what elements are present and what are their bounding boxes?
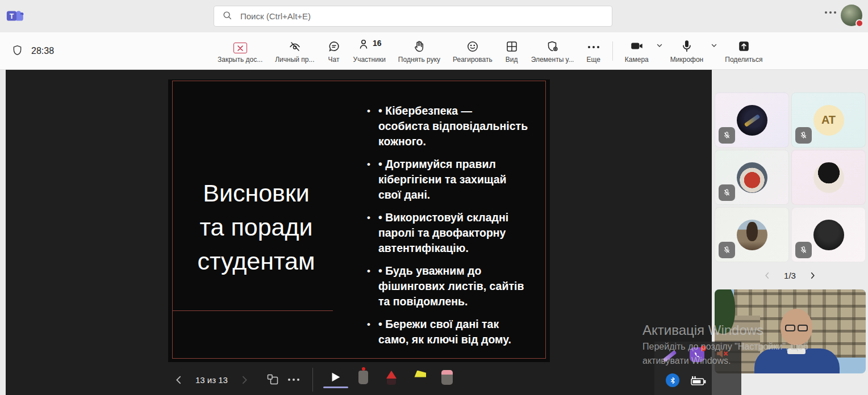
pager-indicator: 1/3: [784, 271, 796, 280]
mic-muted-icon: [719, 127, 735, 144]
teams-logo-icon[interactable]: T: [6, 7, 24, 26]
active-tool-indicator: [323, 386, 348, 388]
more-button[interactable]: Еще: [580, 35, 606, 67]
microphone-icon: [679, 39, 694, 53]
microphone-options-chevron[interactable]: [710, 35, 719, 57]
view-button[interactable]: Вид: [499, 35, 525, 67]
stop-sharing-icon: [233, 39, 247, 53]
participant-avatar: [813, 220, 844, 250]
mic-muted-icon: [719, 242, 735, 258]
presentation-stage: Висновки та поради студентам • Кібербезп…: [6, 70, 712, 395]
meeting-apps-button[interactable]: Элементы у...: [525, 35, 581, 67]
top-bar: T Поиск (Ctrl+Alt+E): [0, 0, 868, 32]
slide-bullets: • Кібербезпека — особиста відповідальніс…: [366, 103, 531, 355]
pen-tray-icon[interactable]: [661, 350, 678, 362]
participants-button[interactable]: 16 Участники: [347, 35, 392, 67]
participant-tiles: AT: [715, 93, 866, 262]
slide-bullet: • Будь уважним до фішингових листів, сай…: [366, 263, 531, 309]
chat-icon: [327, 39, 341, 53]
slide-grid-icon[interactable]: [266, 373, 279, 386]
pager-previous-chevron[interactable]: [761, 269, 774, 282]
laser-pointer-tool[interactable]: [354, 371, 373, 389]
react-button[interactable]: Реагировать: [446, 35, 499, 67]
slide-bullet: • Кібербезпека — особиста відповідальніс…: [366, 103, 531, 149]
mic-muted-icon: [719, 184, 735, 201]
slide-bullet: • Дотримуйся правил кібергігієни та захи…: [366, 157, 531, 203]
participant-tile-2[interactable]: AT: [791, 93, 866, 148]
camera-button[interactable]: Камера: [619, 35, 655, 67]
raise-hand-button[interactable]: Поднять руку: [392, 35, 446, 67]
user-avatar[interactable]: [841, 5, 862, 26]
camera-icon: [629, 39, 644, 53]
previous-slide-button[interactable]: [174, 375, 183, 385]
participants-icon: [357, 37, 371, 53]
search-icon: [222, 10, 232, 23]
highlighter-tool[interactable]: [410, 371, 429, 389]
share-icon: [737, 39, 751, 53]
participant-tile-3[interactable]: [715, 150, 789, 205]
presentation-toolbar: 13 из 13: [174, 367, 457, 393]
shield-gear-icon: [546, 39, 560, 53]
battery-icon[interactable]: [691, 376, 707, 388]
pointer-tool[interactable]: [326, 371, 345, 388]
speaker-muted-icon[interactable]: [716, 348, 729, 361]
participant-tile-6[interactable]: [791, 207, 866, 262]
tree: [715, 289, 735, 334]
slide-bullet: • Використовуй складні паролі та двофакт…: [366, 210, 531, 256]
search-input[interactable]: Поиск (Ctrl+Alt+E): [214, 6, 612, 27]
slide: Висновки та поради студентам • Кібербезп…: [168, 79, 550, 362]
stop-sharing-button[interactable]: Закрыть дос...: [211, 35, 269, 67]
pen-tool[interactable]: [382, 371, 401, 389]
meeting-timer: 28:38: [31, 46, 54, 56]
presence-busy-badge: [856, 19, 863, 27]
glasses: [785, 325, 808, 331]
next-slide-button[interactable]: [240, 375, 249, 385]
participant-tile-1[interactable]: [715, 93, 789, 148]
search-placeholder: Поиск (Ctrl+Alt+E): [240, 11, 311, 21]
smiley-icon: [466, 39, 479, 53]
toolbar-divider: [612, 41, 613, 61]
ellipsis-icon: [588, 39, 599, 53]
chat-button[interactable]: Чат: [321, 35, 347, 67]
title-underline: [172, 310, 333, 311]
presentation-more-icon[interactable]: [288, 379, 299, 381]
mic-muted-icon: [795, 242, 812, 258]
slide-page-indicator: 13 из 13: [192, 375, 231, 385]
viber-icon[interactable]: [690, 347, 704, 362]
participants-count: 16: [373, 39, 382, 48]
eye-off-icon: [288, 39, 302, 53]
participant-tile-5[interactable]: [715, 207, 789, 262]
raise-hand-icon: [412, 39, 426, 53]
participant-tile-4[interactable]: [791, 150, 866, 205]
more-options-icon[interactable]: [825, 11, 836, 14]
system-tray-flyout: [654, 342, 741, 395]
share-button[interactable]: Поделиться: [719, 35, 769, 67]
participant-initials: AT: [813, 105, 844, 136]
svg-text:T: T: [10, 12, 14, 20]
eraser-tool[interactable]: [437, 370, 457, 389]
grid-view-icon: [505, 39, 519, 53]
slide-title: Висновки та поради студентам: [180, 176, 333, 278]
microphone-button[interactable]: Микрофон: [664, 35, 710, 67]
shield-icon: [11, 44, 23, 58]
participant-avatar: [737, 162, 767, 193]
private-view-button[interactable]: Личный пр...: [269, 35, 320, 67]
participant-avatar: [737, 105, 767, 136]
pager-next-chevron[interactable]: [806, 269, 819, 282]
meeting-toolbar: 28:38 Закрыть дос... Личный пр... Чат: [0, 32, 868, 70]
participant-avatar: [737, 220, 767, 250]
bluetooth-icon[interactable]: [666, 373, 679, 387]
slide-bullet: • Бережи свої дані так само, як ключі ві…: [366, 317, 531, 347]
camera-options-chevron[interactable]: [655, 35, 664, 57]
participant-avatar: [813, 162, 844, 193]
mic-muted-icon: [795, 127, 812, 144]
tiles-pager: 1/3: [712, 269, 868, 282]
